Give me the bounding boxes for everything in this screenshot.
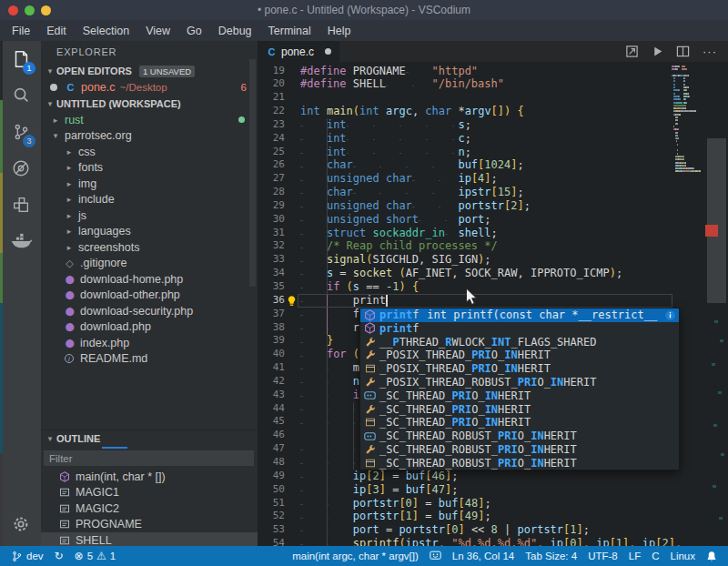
split-editor-icon[interactable]: [676, 45, 690, 58]
sync-status[interactable]: ↻: [49, 550, 69, 562]
tree-item-include[interactable]: ▸include: [41, 192, 258, 208]
outline-header[interactable]: ▾ OUTLINE: [41, 430, 258, 447]
code-line-27[interactable]: 27 unsigned char ip[4];: [258, 172, 682, 186]
open-editors-header[interactable]: ▾ OPEN EDITORS 1 UNSAVED: [41, 63, 258, 79]
lightbulb-icon[interactable]: [286, 294, 298, 310]
tree-item-download-other.php[interactable]: ⬤download-other.php: [41, 288, 258, 304]
code-line-24[interactable]: 24 int c;: [258, 132, 682, 146]
tree-item-download.php[interactable]: ⬤download.php: [41, 319, 258, 336]
problems-status[interactable]: ⊗5 ⚠1: [69, 550, 122, 562]
code-line-52[interactable]: 52 portstr[1] = buf[49];: [258, 510, 682, 523]
problem-count-badge: 6: [241, 82, 247, 93]
outline-item-MAGIC2[interactable]: MAGIC2: [41, 500, 258, 517]
tree-item-rust[interactable]: ▸rust: [41, 112, 258, 128]
outline-item-MAGIC1[interactable]: MAGIC1: [41, 485, 258, 501]
extensions-icon[interactable]: [0, 187, 41, 223]
run-icon[interactable]: [652, 45, 663, 57]
feedback-icon[interactable]: [424, 551, 447, 561]
menu-selection[interactable]: Selection: [75, 20, 137, 41]
tree-item-languages[interactable]: ▸languages: [41, 224, 258, 240]
suggest-item[interactable]: printfint printf(const char *__restrict_…: [360, 308, 679, 322]
search-icon[interactable]: [0, 77, 41, 114]
cursor-position-status[interactable]: Ln 36, Col 14: [447, 551, 520, 561]
menu-view[interactable]: View: [137, 20, 178, 41]
editor-content[interactable]: 19#define PROGNAME "httpd"20#define SHEL…: [258, 62, 728, 546]
suggest-item[interactable]: __PTHREAD_RWLOCK_INT_FLAGS_SHARED: [360, 335, 679, 349]
tree-item-img[interactable]: ▸img: [41, 176, 258, 192]
debug-disabled-icon[interactable]: [0, 150, 41, 187]
tree-item-.gitignore[interactable]: ◇.gitignore: [41, 256, 258, 272]
eol-status[interactable]: LF: [623, 551, 646, 561]
code-line-54[interactable]: 54 sprintf(ipstr, "%d.%d.%d.%d", ip[0], …: [258, 537, 682, 546]
notifications-bell-icon[interactable]: [701, 551, 723, 562]
language-status[interactable]: C: [646, 551, 664, 561]
code-line-32[interactable]: 32 /* Reap child processes */: [258, 239, 682, 253]
suggest-item[interactable]: _SC_THREAD_PRIO_INHERIT: [360, 416, 679, 430]
os-status[interactable]: Linux: [665, 551, 702, 561]
tab-modified-icon[interactable]: [325, 48, 331, 55]
code-line-28[interactable]: 28 char ipstr[15];: [258, 186, 682, 199]
menu-terminal[interactable]: Terminal: [260, 20, 319, 41]
indentation-status[interactable]: Tab Size: 4: [520, 551, 582, 561]
docker-icon[interactable]: [0, 223, 41, 259]
more-actions-icon[interactable]: ···: [703, 45, 717, 58]
code-line-20[interactable]: 20#define SHELL "/bin/bash": [258, 77, 682, 91]
suggest-item[interactable]: printf: [360, 322, 679, 336]
code-line-23[interactable]: 23 int s;: [258, 118, 682, 132]
workspace-header[interactable]: ▾ UNTITLED (WORKSPACE): [41, 96, 258, 112]
minimap[interactable]: [672, 66, 708, 174]
suggest-item[interactable]: _SC_THREAD_ROBUST_PRIO_INHERIT: [360, 430, 679, 443]
tree-item-download-security.php[interactable]: ⬤download-security.php: [41, 303, 258, 319]
code-line-53[interactable]: 53 port = portstr[0] << 8 | portstr[1];: [258, 523, 682, 537]
suggest-item[interactable]: _POSIX_THREAD_PRIO_INHERIT: [360, 349, 679, 362]
suggest-item[interactable]: _POSIX_THREAD_PRIO_INHERIT: [360, 362, 679, 376]
open-changes-icon[interactable]: [625, 45, 639, 58]
settings-gear-icon[interactable]: [0, 506, 41, 542]
tree-item-download-home.php[interactable]: ⬤download-home.php: [41, 271, 258, 288]
code-line-33[interactable]: 33 signal(SIGCHLD, SIG_IGN);: [258, 253, 682, 267]
code-line-50[interactable]: 50 ip[3] = buf[47];: [258, 483, 682, 497]
git-branch-status[interactable]: dev: [5, 551, 49, 562]
menu-go[interactable]: Go: [178, 20, 210, 41]
suggest-item[interactable]: _SC_THREAD_PRIO_INHERIT: [360, 402, 679, 416]
code-line-22[interactable]: 22int main(int argc, char *argv[]) {: [258, 105, 682, 118]
tree-item-fonts[interactable]: ▸fonts: [41, 160, 258, 177]
code-line-26[interactable]: 26 char buf[1024];: [258, 158, 682, 172]
outline-item-main(int, char * [])[interactable]: main(int, char * []): [41, 469, 258, 485]
tab-pone-c[interactable]: C pone.c: [258, 41, 339, 62]
tree-item-index.php[interactable]: ⬤index.php: [41, 335, 258, 351]
explorer-icon[interactable]: 1: [0, 41, 41, 77]
menu-edit[interactable]: Edit: [38, 20, 75, 41]
source-control-icon[interactable]: 3: [0, 114, 41, 150]
outline-item-PROGNAME[interactable]: PROGNAME: [41, 517, 258, 533]
open-editor-item[interactable]: C pone.c ~/Desktop 6: [41, 79, 258, 96]
menu-file[interactable]: File: [4, 20, 38, 41]
menu-debug[interactable]: Debug: [210, 20, 260, 41]
code-line-19[interactable]: 19#define PROGNAME "httpd": [258, 65, 682, 78]
code-line-29[interactable]: 29 unsigned char portstr[2];: [258, 199, 682, 213]
editor-scrollbar[interactable]: [707, 138, 726, 303]
code-line-31[interactable]: 31 struct sockaddr_in shell;: [258, 227, 682, 240]
suggest-widget[interactable]: printfint printf(const char *__restrict_…: [359, 308, 680, 470]
info-icon[interactable]: [664, 309, 676, 321]
tree-item-README.md[interactable]: iREADME.md: [41, 351, 258, 368]
tree-item-parrotsec.org[interactable]: ▾parrotsec.org: [41, 128, 258, 145]
outline-filter-input[interactable]: Filter: [44, 450, 254, 466]
tree-item-js[interactable]: ▸js: [41, 207, 258, 224]
code-line-30[interactable]: 30 unsigned short port;: [258, 213, 682, 227]
code-line-25[interactable]: 25 int n;: [258, 146, 682, 159]
tree-item-css[interactable]: ▸css: [41, 144, 258, 160]
suggest-item[interactable]: _SC_THREAD_ROBUST_PRIO_INHERIT: [360, 442, 679, 456]
code-line-51[interactable]: 51 portstr[0] = buf[48];: [258, 497, 682, 510]
suggest-item[interactable]: _SC_THREAD_PRIO_INHERIT: [360, 389, 679, 402]
suggest-item[interactable]: _POSIX_THREAD_ROBUST_PRIO_INHERIT: [360, 376, 679, 389]
encoding-status[interactable]: UTF-8: [582, 551, 623, 561]
code-line-34[interactable]: 34 s = socket (AF_INET, SOCK_RAW, IPPROT…: [258, 267, 682, 280]
code-line-21[interactable]: 21: [258, 91, 682, 105]
suggest-item[interactable]: _SC_THREAD_ROBUST_PRIO_INHERIT: [360, 456, 679, 470]
symbol-status[interactable]: main(int argc, char * argv[]): [287, 551, 424, 561]
menu-help[interactable]: Help: [319, 20, 359, 41]
code-line-49[interactable]: 49 ip[2] = buf[46];: [258, 470, 682, 483]
tree-item-screenshots[interactable]: ▸screenshots: [41, 239, 258, 256]
sidebar-scrollbar[interactable]: [249, 59, 256, 287]
